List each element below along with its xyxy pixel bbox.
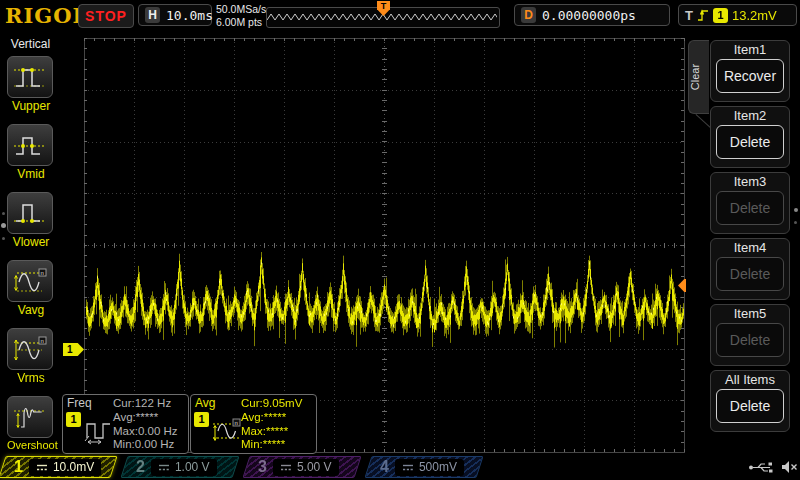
freq-measure-icon: [83, 417, 113, 445]
trigger-label: T: [685, 8, 693, 23]
channel3-tab[interactable]: 3 5.00 V: [242, 456, 361, 478]
item5-delete-button: Delete: [716, 323, 784, 357]
run-state-indicator: STOP: [78, 4, 134, 28]
measurement-channel-badge: 1: [194, 412, 209, 427]
vupper-button[interactable]: [7, 56, 53, 98]
trigger-box[interactable]: T 1 13.2mV: [678, 4, 797, 26]
speaker-muted-icon: [781, 460, 798, 474]
channel4-number: 4: [380, 458, 389, 476]
menu-item4-title: Item4: [711, 240, 789, 256]
item4-delete-button: Delete: [716, 257, 784, 291]
measurement-values: Cur:122 Hz Avg:***** Max:0.00 Hz Min:0.0…: [113, 397, 178, 452]
vavg-button[interactable]: n: [7, 260, 53, 302]
left-measure-menu: Vertical Vupper Vmid: [0, 32, 61, 455]
memory-depth: 6.00M pts: [216, 16, 266, 29]
sample-rate: 50.0MSa/s: [216, 3, 266, 16]
horizontal-key-icon: H: [145, 7, 160, 23]
scroll-dot: [2, 212, 5, 215]
channel1-number: 1: [14, 458, 23, 476]
channel2-scale: 1.00 V: [175, 460, 210, 474]
overshoot-label: Overshoot: [7, 439, 55, 451]
menu-item4: Item4 Delete: [710, 238, 790, 300]
rigol-logo: RIGOL: [5, 3, 88, 28]
measurement-row: Cur:122 Hz: [113, 397, 178, 411]
vmid-button[interactable]: [7, 124, 53, 166]
measurement-row: Min:0.00 Hz: [113, 438, 178, 452]
measurement-box-avg[interactable]: Avg 1 n Cur:9.05mV Avg:***** Max:***** M…: [190, 394, 317, 454]
vrms-button[interactable]: n: [7, 328, 53, 370]
channel2-number: 2: [136, 458, 145, 476]
channel1-tab[interactable]: 1 10.0mV: [0, 456, 118, 478]
vupper-icon: [12, 63, 48, 91]
menu-item3: Item3 Delete: [710, 172, 790, 234]
measurement-row: Cur:9.05mV: [241, 397, 302, 411]
measure-item-vrms[interactable]: n Vrms: [7, 328, 55, 385]
overshoot-icon: [12, 403, 48, 431]
menu-item5: Item5 Delete: [710, 304, 790, 366]
item1-recover-button[interactable]: Recover: [716, 59, 784, 93]
graticule-display: [62, 32, 686, 454]
scroll-dot-active: [1, 223, 6, 228]
vmid-icon: [12, 131, 48, 159]
measure-item-vavg[interactable]: n Vavg: [7, 260, 55, 317]
measurement-box-freq[interactable]: Freq 1 Cur:122 Hz Avg:***** Max:0.00 Hz …: [62, 394, 189, 454]
scroll-dot: [2, 237, 5, 240]
delay-key-icon: D: [521, 7, 536, 23]
timebase-value: 10.0ms: [166, 8, 213, 23]
svg-text:n: n: [41, 338, 44, 344]
tab-clear[interactable]: Clear: [688, 40, 709, 114]
delay-box[interactable]: D 0.00000000ps: [514, 4, 670, 26]
menu-item5-title: Item5: [711, 306, 789, 322]
channel4-scale: 500mV: [419, 460, 457, 474]
left-menu-title: Vertical: [0, 37, 61, 51]
channel1-scale: 10.0mV: [53, 460, 94, 474]
page-dot: [794, 221, 797, 224]
clear-tab-label: Clear: [689, 41, 709, 113]
measurement-row: Max:*****: [241, 425, 302, 439]
trigger-level-value: 13.2mV: [732, 8, 777, 23]
rising-edge-icon: [697, 7, 709, 23]
channel-status-bar: 1 10.0mV 2 1.00 V: [0, 455, 800, 480]
vrms-label: Vrms: [7, 371, 55, 385]
dc-coupling-icon: [158, 463, 170, 472]
dc-coupling-icon: [402, 463, 414, 472]
vlower-icon: [12, 199, 48, 227]
vmid-label: Vmid: [7, 167, 55, 181]
menu-item-all: All Items Delete: [710, 370, 790, 432]
page-dot-active: [794, 208, 798, 212]
measurement-name: Freq: [67, 396, 92, 410]
system-status-icons: [748, 460, 798, 474]
vavg-label: Vavg: [7, 303, 55, 317]
svg-text:n: n: [235, 420, 238, 426]
menu-item-all-title: All Items: [711, 372, 789, 388]
item2-delete-button[interactable]: Delete: [716, 125, 784, 159]
all-items-delete-button[interactable]: Delete: [716, 389, 784, 423]
measure-item-vupper[interactable]: Vupper: [7, 56, 55, 113]
measurement-row: Max:0.00 Hz: [113, 425, 178, 439]
channel4-tab[interactable]: 4 500mV: [364, 456, 483, 478]
measure-item-vlower[interactable]: Vlower: [7, 192, 55, 249]
overshoot-button[interactable]: [7, 396, 53, 438]
vrms-icon: n: [12, 335, 48, 363]
vavg-icon: n: [12, 267, 48, 295]
measure-item-overshoot[interactable]: Overshoot: [7, 396, 55, 451]
channel2-tab[interactable]: 2 1.00 V: [120, 456, 239, 478]
vlower-button[interactable]: [7, 192, 53, 234]
measurement-channel-badge: 1: [66, 412, 81, 427]
avg-measure-icon: n: [211, 417, 241, 445]
measurement-row: Avg:*****: [113, 411, 178, 425]
menu-item1-title: Item1: [711, 42, 789, 58]
measure-item-vmid[interactable]: Vmid: [7, 124, 55, 181]
vlower-label: Vlower: [7, 235, 55, 249]
measurement-values: Cur:9.05mV Avg:***** Max:***** Min:*****: [241, 397, 302, 452]
channel3-scale: 5.00 V: [297, 460, 332, 474]
acquisition-info: 50.0MSa/s 6.00M pts: [216, 3, 266, 29]
menu-item3-title: Item3: [711, 174, 789, 190]
trigger-source-badge: 1: [713, 8, 728, 23]
oscilloscope-screen: RIGOL STOP H 10.0ms 50.0MSa/s 6.00M pts …: [0, 0, 800, 480]
channel3-number: 3: [258, 458, 267, 476]
svg-text:n: n: [41, 270, 44, 276]
vupper-label: Vupper: [7, 99, 55, 113]
dc-coupling-icon: [36, 463, 48, 472]
horizontal-timebase-box[interactable]: H 10.0ms: [138, 4, 212, 26]
